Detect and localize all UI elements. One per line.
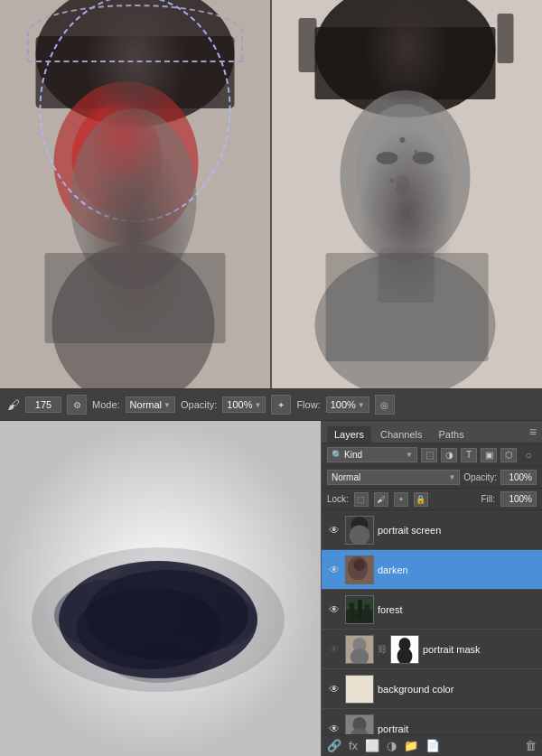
svg-point-6 <box>52 244 215 388</box>
opacity-dropdown[interactable]: 100% ▼ <box>222 397 266 413</box>
new-group-icon[interactable]: 📁 <box>404 739 418 752</box>
tab-paths[interactable]: Paths <box>432 426 472 443</box>
layer-visibility-background-color[interactable]: 👁 <box>327 683 341 695</box>
svg-point-3 <box>54 81 199 244</box>
layer-visibility-darken[interactable]: 👁 <box>327 564 341 576</box>
layer-item-darken[interactable]: 👁 darken <box>322 550 542 590</box>
svg-point-18 <box>396 174 410 196</box>
smoothing-icon[interactable]: ◎ <box>375 395 395 415</box>
svg-point-17 <box>413 152 435 164</box>
filter-icon-shape[interactable]: ▣ <box>481 448 497 462</box>
svg-point-14 <box>341 90 471 262</box>
kind-filter-dropdown[interactable]: 🔍 Kind ▼ <box>327 447 417 462</box>
filter-toggle[interactable]: ○ <box>520 448 537 462</box>
blend-mode-value: Normal <box>332 472 360 482</box>
layer-item-forest[interactable]: 👁 forest <box>322 590 542 630</box>
layers-menu-icon[interactable]: ≡ <box>529 425 537 443</box>
layer-thumb-forest <box>345 595 374 624</box>
fill-input[interactable]: 100% <box>500 491 537 507</box>
delete-layer-icon[interactable]: 🗑 <box>525 739 537 752</box>
svg-rect-7 <box>45 253 226 343</box>
svg-point-34 <box>32 547 285 692</box>
brush-settings-icon[interactable]: ⚙ <box>67 395 87 415</box>
filter-icon-pixel[interactable]: ⬚ <box>421 448 437 462</box>
layer-name-portrait: portrait <box>378 723 537 734</box>
layers-list: 👁 portrait screen 👁 <box>322 510 542 734</box>
layer-item-portrait[interactable]: 👁 portrait <box>322 709 542 734</box>
svg-point-1 <box>36 0 235 126</box>
svg-point-40 <box>353 558 365 570</box>
layer-item-background-color[interactable]: 👁 background color <box>322 669 542 709</box>
svg-rect-19 <box>378 248 435 303</box>
filter-icon-search: 🔍 <box>332 450 342 460</box>
svg-rect-9 <box>272 0 542 388</box>
layer-name-background-color: background color <box>378 684 537 695</box>
svg-rect-11 <box>315 27 496 99</box>
lock-paint-icon[interactable]: 🖌 <box>374 492 388 507</box>
blend-mode-dropdown[interactable]: Normal ▼ <box>327 470 460 485</box>
svg-point-16 <box>377 152 398 164</box>
portrait-right-image <box>272 0 542 388</box>
svg-rect-0 <box>0 0 270 388</box>
bottom-area: Layers Channels Paths ≡ 🔍 Kind ▼ ⬚ ◑ T ▣… <box>0 421 542 756</box>
svg-rect-2 <box>36 36 235 108</box>
opacity-value: 100% <box>227 399 252 410</box>
tab-channels[interactable]: Channels <box>373 426 429 443</box>
layer-name-portrait-screen: portrait screen <box>378 525 537 536</box>
filter-dropdown-arrow: ▼ <box>406 451 413 459</box>
canvas-panel-right <box>272 0 542 388</box>
filter-label: Kind <box>344 450 362 460</box>
canvas-preview <box>0 421 321 756</box>
airbrush-icon[interactable]: ✦ <box>271 395 291 415</box>
tab-layers[interactable]: Layers <box>327 426 371 443</box>
svg-rect-52 <box>346 676 373 703</box>
layer-chain-icon: ⛓ <box>378 644 387 654</box>
lock-position-icon[interactable]: + <box>394 492 408 507</box>
layer-item-portrait-screen[interactable]: 👁 portrait screen <box>322 510 542 550</box>
svg-rect-43 <box>350 602 355 620</box>
layer-visibility-portrait[interactable]: 👁 <box>327 723 341 735</box>
layer-visibility-portrait-screen[interactable]: 👁 <box>327 524 341 537</box>
mode-dropdown[interactable]: Normal ▼ <box>126 397 175 413</box>
filter-icon-smart[interactable]: ⬡ <box>500 448 517 462</box>
brush-size-input[interactable]: 175 <box>25 397 61 413</box>
new-layer-icon[interactable]: 📄 <box>425 739 440 752</box>
lock-transparent-icon[interactable]: ⬚ <box>354 492 369 507</box>
svg-point-8 <box>41 0 230 221</box>
mode-value: Normal <box>130 399 162 410</box>
opacity-input-layers[interactable]: 100% <box>500 470 537 485</box>
flow-value: 100% <box>331 399 356 410</box>
flow-dropdown[interactable]: 100% ▼ <box>326 397 369 413</box>
filter-icon-adjust[interactable]: ◑ <box>441 448 457 462</box>
lock-all-icon[interactable]: 🔒 <box>414 492 428 507</box>
layer-thumb-portrait-screen <box>345 516 374 545</box>
layer-thumb-portrait <box>345 714 374 735</box>
layer-mask-thumb-portrait-mask <box>390 635 419 664</box>
layer-item-portrait-mask[interactable]: 👁 ⛓ portrait <box>322 630 542 669</box>
layer-visibility-portrait-mask[interactable]: 👁 <box>327 643 341 656</box>
canvas-area <box>0 0 542 388</box>
opacity-label: Opacity: <box>181 399 217 410</box>
layer-visibility-forest[interactable]: 👁 <box>327 603 341 616</box>
add-mask-icon[interactable]: ⬜ <box>365 739 379 752</box>
svg-point-4 <box>72 104 163 212</box>
link-layers-icon[interactable]: 🔗 <box>327 739 341 752</box>
filter-icon-type[interactable]: T <box>461 448 477 462</box>
layer-thumb-darken <box>345 555 374 584</box>
flow-dropdown-arrow: ▼ <box>358 401 365 409</box>
layers-lock-row: Lock: ⬚ 🖌 + 🔒 Fill: 100% <box>322 489 542 510</box>
layer-name-forest: forest <box>378 604 537 615</box>
mode-dropdown-arrow: ▼ <box>164 401 171 409</box>
layers-bottom-bar: 🔗 fx ⬜ ◑ 📁 📄 🗑 <box>322 734 542 756</box>
add-style-icon[interactable]: fx <box>349 739 358 752</box>
opacity-dropdown-arrow: ▼ <box>254 401 261 409</box>
svg-point-24 <box>389 179 394 183</box>
new-fill-layer-icon[interactable]: ◑ <box>387 739 397 752</box>
lock-label: Lock: <box>327 494 349 504</box>
canvas-panel-left <box>0 0 272 388</box>
brush-icon: 🖌 <box>7 397 20 412</box>
layer-thumb-background-color <box>345 675 374 704</box>
toolbar: 🖌 175 ⚙ Mode: Normal ▼ Opacity: 100% ▼ ✦… <box>0 388 542 421</box>
flow-label: Flow: <box>296 399 320 410</box>
layers-panel: Layers Channels Paths ≡ 🔍 Kind ▼ ⬚ ◑ T ▣… <box>321 421 542 756</box>
